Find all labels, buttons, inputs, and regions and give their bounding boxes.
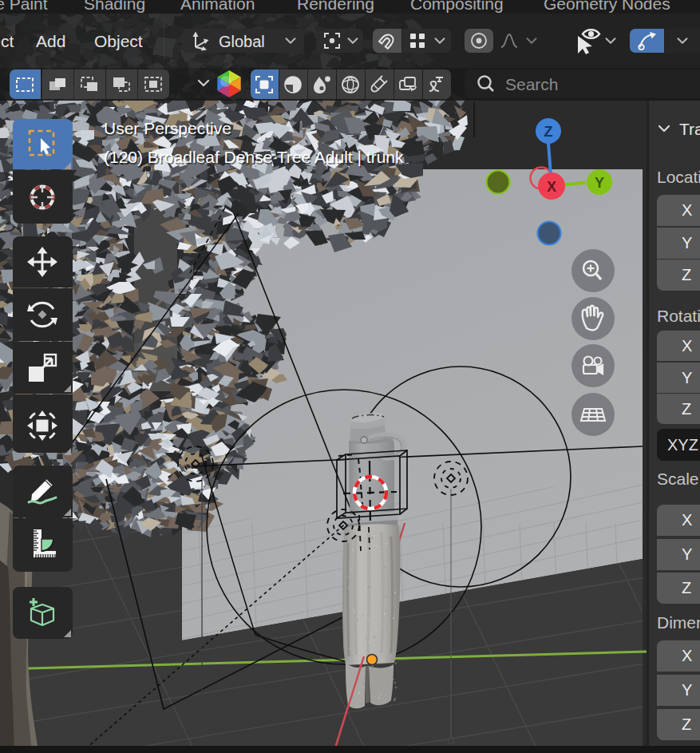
svg-text:User Perspective: User Perspective [104,119,231,137]
svg-text:Y: Y [595,175,604,191]
svg-text:X: X [547,179,556,195]
svg-text:Z: Z [544,124,553,140]
svg-text:(120) Broadleaf Dense Tree Adu: (120) Broadleaf Dense Tree Adult | trunk [104,148,404,166]
